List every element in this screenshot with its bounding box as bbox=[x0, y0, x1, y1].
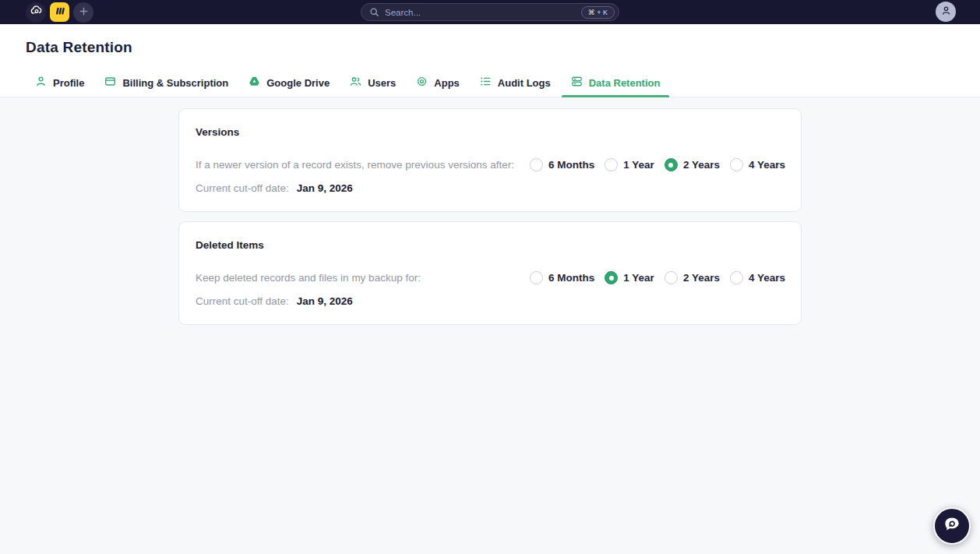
tab-profile[interactable]: Profile bbox=[26, 69, 93, 97]
avatar[interactable] bbox=[936, 2, 956, 22]
search-shortcut-badge: ⌘ + K bbox=[581, 6, 615, 19]
tab-label: Audit Logs bbox=[498, 77, 551, 89]
radio-option-1-year[interactable]: 1 Year bbox=[605, 158, 654, 171]
versions-card: Versions If a newer version of a record … bbox=[178, 108, 802, 212]
radio-label[interactable]: 2 Years bbox=[683, 272, 720, 284]
cloud-backup-logo[interactable] bbox=[26, 2, 46, 23]
radio-icon-selected[interactable] bbox=[664, 158, 678, 171]
page-header: Data Retention Profile Billing & Subscri… bbox=[0, 24, 980, 97]
radio-icon[interactable] bbox=[730, 271, 743, 284]
card-title: Deleted Items bbox=[196, 239, 785, 251]
search-input[interactable] bbox=[385, 8, 581, 17]
radio-label[interactable]: 6 Months bbox=[548, 272, 594, 284]
google-drive-icon bbox=[249, 76, 260, 90]
page-title: Data Retention bbox=[26, 39, 980, 56]
radio-option-6-months[interactable]: 6 Months bbox=[530, 271, 594, 284]
deleted-items-description: Keep deleted records and files in my bac… bbox=[196, 272, 421, 284]
radio-option-2-years[interactable]: 2 Years bbox=[664, 271, 720, 284]
radio-label[interactable]: 4 Years bbox=[749, 272, 785, 284]
cutoff-date: Jan 9, 2026 bbox=[297, 295, 353, 307]
radio-icon-selected[interactable] bbox=[605, 271, 618, 284]
plus-icon bbox=[79, 5, 89, 19]
radio-icon[interactable] bbox=[530, 271, 543, 284]
users-icon bbox=[350, 76, 361, 90]
topbar-account bbox=[936, 2, 956, 22]
tab-label: Billing & Subscription bbox=[122, 77, 228, 89]
global-search[interactable]: ⌘ + K bbox=[361, 3, 619, 21]
tab-label: Data Retention bbox=[589, 77, 661, 89]
radio-option-4-years[interactable]: 4 Years bbox=[730, 271, 785, 284]
monday-icon bbox=[54, 5, 66, 20]
tab-label: Profile bbox=[53, 77, 84, 89]
user-icon bbox=[940, 5, 952, 19]
radio-option-4-years[interactable]: 4 Years bbox=[730, 158, 785, 171]
radio-option-2-years[interactable]: 2 Years bbox=[664, 158, 720, 171]
radio-label[interactable]: 2 Years bbox=[683, 159, 720, 171]
radio-icon[interactable] bbox=[530, 158, 543, 171]
tab-google-drive[interactable]: Google Drive bbox=[239, 69, 339, 97]
cutoff-date: Jan 9, 2026 bbox=[297, 182, 353, 194]
credit-card-icon bbox=[104, 76, 116, 90]
tab-billing-subscription[interactable]: Billing & Subscription bbox=[95, 69, 238, 97]
versions-retention-radio-group: 6 Months 1 Year 2 Years 4 Years bbox=[530, 158, 785, 171]
tab-label: Google Drive bbox=[266, 77, 330, 89]
list-icon bbox=[480, 76, 492, 90]
tab-label: Apps bbox=[434, 77, 460, 89]
server-icon bbox=[571, 76, 583, 90]
radio-option-1-year[interactable]: 1 Year bbox=[605, 271, 654, 284]
monday-logo[interactable] bbox=[50, 2, 69, 22]
radio-label[interactable]: 6 Months bbox=[548, 159, 594, 171]
tab-audit-logs[interactable]: Audit Logs bbox=[471, 69, 560, 97]
radio-icon[interactable] bbox=[664, 271, 678, 284]
deleted-items-retention-radio-group: 6 Months 1 Year 2 Years 4 Years bbox=[530, 271, 785, 284]
radio-label[interactable]: 1 Year bbox=[623, 159, 654, 171]
radio-label[interactable]: 1 Year bbox=[623, 272, 654, 284]
cutoff-label: Current cut-off date: bbox=[196, 182, 289, 194]
radio-option-6-months[interactable]: 6 Months bbox=[530, 158, 594, 171]
tab-label: Users bbox=[368, 77, 396, 89]
chat-bubble-icon bbox=[943, 515, 961, 537]
gear-icon bbox=[416, 76, 428, 90]
search-icon bbox=[369, 7, 379, 17]
cloud-icon bbox=[30, 4, 43, 20]
add-workspace-button[interactable] bbox=[73, 2, 93, 23]
settings-tabs: Profile Billing & Subscription Google Dr… bbox=[0, 69, 980, 97]
topbar: ⌘ + K bbox=[0, 0, 980, 24]
radio-icon[interactable] bbox=[605, 158, 618, 171]
radio-icon[interactable] bbox=[730, 158, 743, 171]
deleted-items-card: Deleted Items Keep deleted records and f… bbox=[178, 221, 802, 325]
tab-apps[interactable]: Apps bbox=[407, 69, 469, 97]
content-area: Versions If a newer version of a record … bbox=[0, 97, 980, 554]
cutoff-label: Current cut-off date: bbox=[196, 295, 289, 307]
versions-description: If a newer version of a record exists, r… bbox=[196, 159, 514, 171]
radio-label[interactable]: 4 Years bbox=[749, 159, 785, 171]
chat-widget-button[interactable] bbox=[933, 507, 971, 545]
person-icon bbox=[35, 76, 47, 90]
topbar-apps bbox=[26, 2, 93, 23]
card-title: Versions bbox=[196, 126, 785, 138]
tab-users[interactable]: Users bbox=[340, 69, 405, 97]
tab-data-retention[interactable]: Data Retention bbox=[562, 69, 670, 97]
